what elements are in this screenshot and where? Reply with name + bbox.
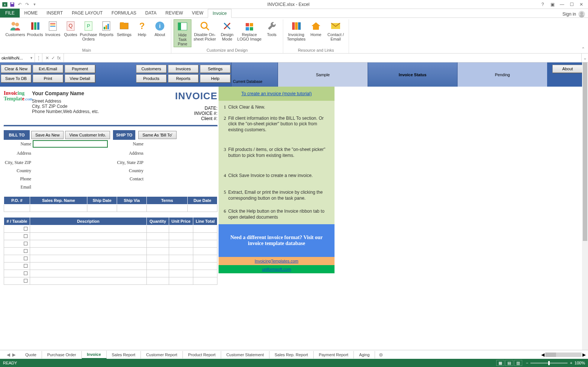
expand-formula-icon[interactable]: ⌄ xyxy=(581,54,588,62)
checkbox-icon[interactable] xyxy=(24,271,28,275)
purchase-orders-button[interactable]: PPurchase Orders xyxy=(80,19,97,42)
view-customer-button[interactable]: View Customer Info. xyxy=(65,131,110,139)
customers-panel-button[interactable]: Customers xyxy=(136,65,167,73)
normal-view-icon[interactable]: ▦ xyxy=(496,360,504,366)
meta-invoice-no: INVOICE #: xyxy=(175,111,217,116)
help-icon[interactable]: ? xyxy=(539,2,546,7)
file-tab[interactable]: FILE xyxy=(0,9,20,17)
qat-dropdown-icon[interactable]: ▼ xyxy=(31,1,38,8)
ext-email-button[interactable]: Ext./Email xyxy=(33,65,63,73)
tab-data[interactable]: DATA xyxy=(141,9,161,17)
disable-picker-button[interactable]: Disable On-sheet Picker xyxy=(191,19,218,47)
tab-view[interactable]: VIEW xyxy=(187,9,208,17)
sheet-customer-statement[interactable]: Customer Statement xyxy=(221,351,269,358)
ribbon-display-icon[interactable]: ▣ xyxy=(549,2,556,7)
page-layout-icon[interactable]: ▤ xyxy=(505,360,513,366)
invoicing-templates-button[interactable]: Invoicing Templates xyxy=(285,19,307,42)
prev-sheet-icon[interactable]: ◀ xyxy=(7,352,10,357)
save-as-new-button[interactable]: Save As New xyxy=(31,131,64,139)
sheet-customer-report[interactable]: Customer Report xyxy=(141,351,183,358)
save-to-db-button[interactable]: Save To DB xyxy=(1,74,31,83)
sign-in[interactable]: Sign in xyxy=(562,11,588,17)
bill-name-input[interactable] xyxy=(33,140,108,148)
contact-button[interactable]: Contact / Email xyxy=(325,19,346,42)
settings-button[interactable]: Settings xyxy=(115,19,133,42)
tab-home[interactable]: HOME xyxy=(20,9,42,17)
print-button[interactable]: Print xyxy=(33,74,63,83)
settings-panel-button[interactable]: Settings xyxy=(200,65,230,73)
cancel-formula-icon[interactable]: ✕ xyxy=(45,55,49,61)
products-button[interactable]: Products xyxy=(26,19,44,42)
fx-icon[interactable]: fx xyxy=(57,55,61,61)
collapse-ribbon-icon[interactable]: ⌃ xyxy=(581,46,585,52)
tutorial-link[interactable]: To create an invoice (movie tutorial) xyxy=(241,91,311,96)
payment-button[interactable]: Payment xyxy=(65,65,95,73)
name-input[interactable] xyxy=(1,56,28,60)
minimize-icon[interactable]: — xyxy=(558,2,566,7)
design-mode-button[interactable]: Design Mode xyxy=(218,19,236,47)
customers-button[interactable]: Customers xyxy=(4,19,26,42)
products-panel-button[interactable]: Products xyxy=(136,74,167,83)
horizontal-scrollbar[interactable]: ◀▶ xyxy=(541,352,586,357)
svg-rect-7 xyxy=(37,22,39,30)
sheet-product-report[interactable]: Product Report xyxy=(183,351,221,358)
dropdown-icon[interactable]: ⋮ xyxy=(36,55,41,61)
page-break-icon[interactable]: ▥ xyxy=(514,360,522,366)
checkbox-icon[interactable] xyxy=(24,264,28,268)
home-button[interactable]: Home xyxy=(307,19,325,42)
save-icon[interactable] xyxy=(9,1,16,8)
checkbox-icon[interactable] xyxy=(24,242,28,245)
hide-task-pane-button[interactable]: Hide Task Pane xyxy=(174,19,191,47)
invoices-button[interactable]: Invoices xyxy=(44,19,62,42)
chevron-down-icon[interactable]: ▼ xyxy=(30,56,33,60)
name-box[interactable]: ▼ xyxy=(0,54,35,62)
zoom-value[interactable]: 100% xyxy=(575,361,585,365)
enter-formula-icon[interactable]: ✓ xyxy=(51,55,55,61)
invoicing-templates-link[interactable]: InvoicingTemplates.com xyxy=(255,259,298,263)
tab-invoice[interactable]: Invoice xyxy=(208,9,232,18)
po-table: P.O. # Sales Rep. Name Ship Date Ship Vi… xyxy=(4,196,217,212)
sheet-quote[interactable]: Quote xyxy=(20,351,42,358)
tab-formulas[interactable]: FORMULAS xyxy=(107,9,141,17)
reports-panel-button[interactable]: Reports xyxy=(168,74,198,83)
tab-review[interactable]: REVIEW xyxy=(161,9,187,17)
sheet-purchase-order[interactable]: Purchase Order xyxy=(42,351,82,358)
view-detail-button[interactable]: View Detail xyxy=(65,74,95,83)
quotes-button[interactable]: QQuotes xyxy=(62,19,80,42)
checkbox-icon[interactable] xyxy=(24,279,28,283)
about-panel-button[interactable]: About xyxy=(552,65,583,73)
reports-button[interactable]: Reports xyxy=(97,19,115,42)
redo-icon[interactable]: ↷ xyxy=(24,1,30,8)
tab-page-layout[interactable]: PAGE LAYOUT xyxy=(67,9,107,17)
formula-input[interactable] xyxy=(64,54,581,62)
sheet-invoice[interactable]: Invoice xyxy=(82,351,107,359)
zoom-slider[interactable] xyxy=(530,363,568,364)
replace-logo-button[interactable]: Replace LOGO Image xyxy=(236,19,263,47)
zoom-in-icon[interactable]: + xyxy=(570,361,572,365)
uniformsoft-link[interactable]: uniformsoft.com xyxy=(262,267,291,271)
about-button[interactable]: iAbout xyxy=(151,19,169,42)
add-sheet-icon[interactable]: ⊕ xyxy=(375,352,387,358)
help-button[interactable]: ?Help xyxy=(133,19,151,42)
sheet-aging[interactable]: Aging xyxy=(354,351,375,358)
checkbox-icon[interactable] xyxy=(24,227,28,231)
excel-icon: X xyxy=(1,1,8,8)
tab-insert[interactable]: INSERT xyxy=(42,9,67,17)
invoices-panel-button[interactable]: Invoices xyxy=(168,65,198,73)
help-panel-button[interactable]: Help xyxy=(200,74,230,83)
sheet-sales-rep-report[interactable]: Sales Rep. Report xyxy=(269,351,314,358)
checkbox-icon[interactable] xyxy=(24,249,28,253)
same-as-bill-button[interactable]: Same As 'Bill To' xyxy=(138,131,176,139)
undo-icon[interactable]: ↶ xyxy=(16,1,23,8)
checkbox-icon[interactable] xyxy=(24,234,28,238)
next-sheet-icon[interactable]: ▶ xyxy=(12,352,16,357)
sheet-payment-report[interactable]: Payment Report xyxy=(314,351,354,358)
sheet-sales-report[interactable]: Sales Report xyxy=(107,351,141,358)
zoom-out-icon[interactable]: − xyxy=(526,361,528,365)
clear-new-button[interactable]: Clear & New xyxy=(1,65,31,73)
tools-button[interactable]: Tools xyxy=(263,19,281,47)
close-icon[interactable]: ✕ xyxy=(578,2,585,7)
vertical-scrollbar[interactable] xyxy=(582,62,588,350)
maximize-icon[interactable]: ☐ xyxy=(568,2,575,7)
checkbox-icon[interactable] xyxy=(24,257,28,260)
